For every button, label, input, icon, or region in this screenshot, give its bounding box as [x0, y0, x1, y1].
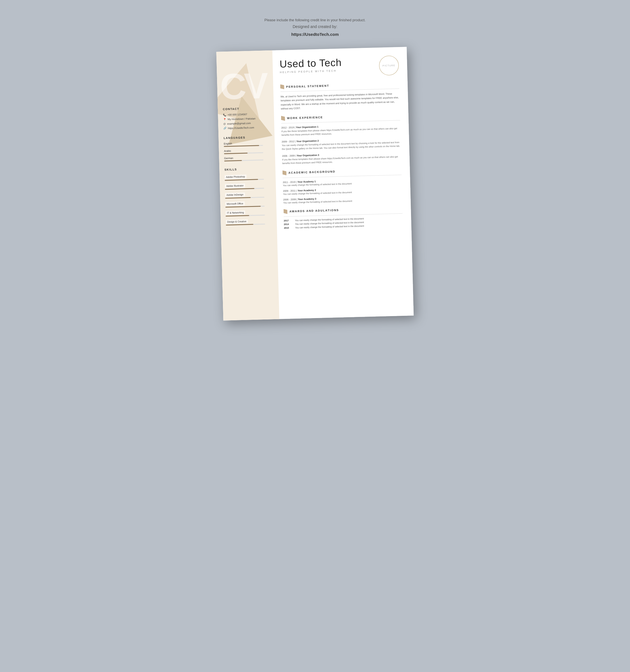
name-area: Used to Tech HELPING PEOPLE WITH TECH	[280, 57, 342, 73]
edu-item-2: 2009 - 2011 | Your Academy 2 You can eas…	[283, 186, 402, 195]
email-icon: @	[223, 122, 226, 125]
award-year-2: 2014	[284, 223, 292, 225]
edu-org-3: Your Academy 3	[298, 197, 316, 200]
skill-photoshop-name: Adobe Photoshop	[224, 174, 246, 179]
awards-section: AWARDS AND ADULATIONS 2017 You can easil…	[283, 206, 403, 229]
contact-website: 🔗 https://UsedtoTech.com	[223, 126, 269, 130]
skill-networking-name: IT & Networking	[225, 210, 245, 215]
skill-networking-bar-fill	[226, 215, 249, 216]
resume-wrapper: CV CONTACT 📞 +00 000 1234567 📍 My Hometo…	[216, 47, 414, 320]
lang-english-bar-fill	[224, 145, 259, 147]
phone-icon: 📞	[223, 113, 226, 116]
skills-section: SKILLS Adobe Photoshop Adobe Illustrator	[224, 167, 272, 225]
personal-statement-icon	[280, 84, 284, 89]
work-item-2: 2009 - 2012 | Your Organization 2 You ca…	[282, 137, 401, 151]
resume-header: Used to Tech HELPING PEOPLE WITH TECH PI…	[280, 55, 399, 78]
languages-section: LANGUAGES English Arabic Ge	[223, 135, 270, 161]
lang-arabic-bar-fill	[224, 152, 247, 154]
academic-icon	[283, 170, 286, 175]
personal-statement-text: We, at Used to Tech are providing great,…	[281, 92, 400, 111]
skills-title: SKILLS	[224, 167, 270, 171]
lang-arabic-bar-bg	[224, 152, 263, 154]
personal-statement-section: PERSONAL STATEMENT We, at Used to Tech a…	[280, 81, 400, 111]
lang-german-name: German	[224, 156, 270, 160]
credit-line-1: Please include the following credit line…	[264, 17, 365, 23]
personal-statement-header: PERSONAL STATEMENT	[280, 81, 399, 89]
skill-photoshop: Adobe Photoshop	[224, 173, 271, 181]
lang-german: German	[224, 156, 270, 161]
skill-indesign: Adobe InDesign	[225, 191, 271, 198]
lang-english-name: English	[224, 141, 270, 145]
contact-location: 📍 My Hometown / Pakistan	[223, 117, 269, 121]
awards-title: AWARDS AND ADULATIONS	[289, 208, 339, 213]
sidebar-content: CONTACT 📞 +00 000 1234567 📍 My Hometown …	[218, 106, 277, 225]
credit-block: Please include the following credit line…	[264, 17, 365, 38]
skill-photoshop-bar-bg	[225, 178, 264, 181]
edu-org-1: Your Academy 1	[297, 180, 316, 183]
contact-location-value: My Hometown / Pakistan	[228, 117, 256, 121]
location-icon: 📍	[223, 118, 226, 121]
contact-phone-value: +00 000 1234567	[227, 113, 247, 116]
skill-indesign-bar-bg	[225, 196, 264, 198]
edu-item-1: 2011 - 2019 | Your Academy 1 You can eas…	[283, 177, 402, 187]
picture-circle: PICTURE	[379, 55, 399, 76]
skill-photoshop-bar-fill	[225, 179, 258, 181]
awards-icon	[283, 209, 287, 214]
skill-illustrator-bar-fill	[225, 188, 254, 190]
skill-design-name: Design & Creative	[226, 219, 248, 224]
work-org-3: Your Organization 3	[297, 153, 319, 157]
award-year-3: 2010	[284, 226, 292, 229]
lang-english-bar-bg	[224, 145, 263, 147]
work-experience-section: WORK EXPERIENCE 2012 - 2019 | Your Organ…	[281, 113, 401, 165]
work-experience-title: WORK EXPERIENCE	[287, 116, 323, 120]
cv-decoration: CV	[220, 67, 267, 105]
lang-arabic: Arabic	[224, 148, 270, 154]
work-experience-icon	[281, 116, 285, 121]
contact-section: CONTACT 📞 +00 000 1234567 📍 My Hometown …	[223, 106, 269, 130]
resume-sidebar: CV CONTACT 📞 +00 000 1234567 📍 My Hometo…	[216, 50, 280, 320]
picture-label: PICTURE	[383, 64, 395, 67]
resume-tagline: HELPING PEOPLE WITH TECH	[280, 69, 342, 74]
skill-indesign-name: Adobe InDesign	[225, 192, 245, 197]
skill-networking: IT & Networking	[225, 209, 272, 216]
main-content: Used to Tech HELPING PEOPLE WITH TECH PI…	[272, 47, 414, 319]
award-desc-2: You can easily change the formatting of …	[295, 221, 364, 225]
awards-header: AWARDS AND ADULATIONS	[283, 206, 402, 214]
award-desc-1: You can easily change the formatting of …	[295, 217, 364, 221]
edu-item-3: 2006 - 2008 | Your Academy 3 You can eas…	[283, 195, 402, 204]
academic-title: ACADEMIC BACKGROUND	[288, 170, 335, 174]
skill-illustrator-bar-bg	[225, 188, 264, 190]
skill-indesign-bar-fill	[225, 197, 250, 198]
work-experience-header: WORK EXPERIENCE	[281, 113, 400, 121]
work-item-3: 2006 - 2009 | Your Organization 3 If you…	[282, 151, 401, 165]
work-org-1: Your Organization 1	[296, 125, 318, 128]
contact-email-value: example@gmail.com	[227, 122, 250, 125]
contact-email: @ example@gmail.com	[223, 121, 269, 125]
work-org-2: Your Organization 2	[296, 140, 319, 143]
languages-title: LANGUAGES	[223, 135, 269, 140]
lang-german-bar-bg	[224, 159, 264, 161]
lang-arabic-name: Arabic	[224, 148, 270, 152]
resume-name: Used to Tech	[280, 57, 342, 69]
personal-statement-title: PERSONAL STATEMENT	[286, 84, 329, 88]
academic-section: ACADEMIC BACKGROUND 2011 - 2019 | Your A…	[283, 167, 402, 204]
award-year-1: 2017	[284, 219, 291, 222]
credit-url: https://UsedtoTech.com	[264, 30, 365, 38]
skill-msoffice: Microsoft Office	[225, 200, 271, 208]
contact-phone: 📞 +00 000 1234567	[223, 112, 269, 116]
web-icon: 🔗	[223, 127, 226, 130]
work-item-1: 2012 - 2019 | Your Organization 1 If you…	[282, 123, 401, 137]
contact-website-value: https://UsedtoTech.com	[228, 126, 254, 129]
skill-msoffice-bar-fill	[225, 206, 261, 208]
lang-german-bar-fill	[224, 160, 242, 161]
skill-msoffice-bar-bg	[225, 206, 265, 208]
award-desc-3: You can easily change the formatting of …	[295, 224, 364, 229]
edu-org-2: Your Academy 2	[298, 188, 316, 192]
lang-english: English	[224, 141, 270, 147]
academic-header: ACADEMIC BACKGROUND	[283, 167, 402, 175]
skill-illustrator: Adobe Illustrator	[225, 182, 271, 190]
skill-illustrator-name: Adobe Illustrator	[225, 184, 245, 188]
credit-designed-by: Designed and created by:	[264, 23, 365, 30]
awards-table: 2017 You can easily change the formattin…	[284, 216, 403, 229]
skill-msoffice-name: Microsoft Office	[225, 201, 245, 206]
